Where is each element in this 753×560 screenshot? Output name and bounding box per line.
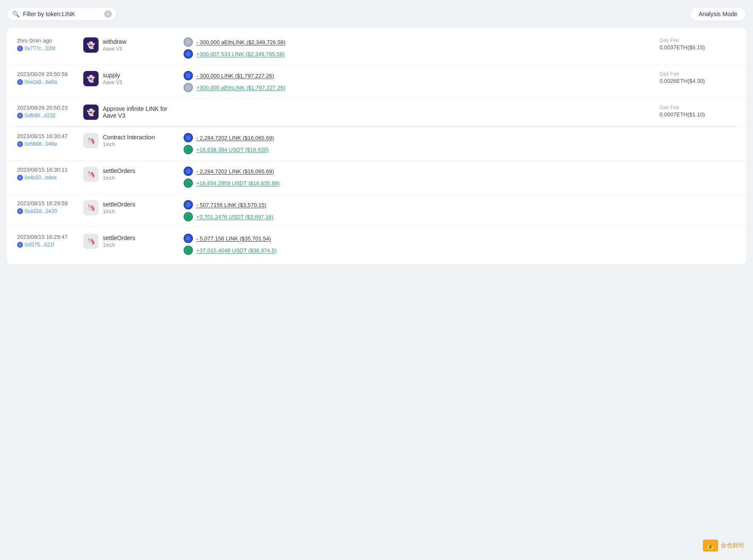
protocol-icon: 👻 [83, 71, 99, 86]
tx-time-block: 2023/08/26 20:50:23Ξ0xfb88...d232 [17, 105, 76, 119]
gas-fee-block: Gas Fee0.0026ETH($4.30) [660, 71, 736, 84]
tx-time-block: 2hrs 0min agoΞ0x777c...22fd [17, 37, 76, 51]
protocol-name: 1inch [103, 242, 135, 248]
protocol-block: 🦄Contract Interaction1inch [83, 133, 177, 148]
token-line: ⬡- 2,284.7202 LINK ($16,065.69) [184, 133, 736, 142]
protocol-name: Aave V3 [103, 79, 122, 85]
token-line: ○- 300,000 aEthLINK ($2,349,726.58) [184, 37, 653, 47]
token-icon: 💲 [184, 212, 193, 221]
gas-fee-value: 0.0007ETH($1.10) [660, 111, 705, 118]
protocol-block: 🦄settleOrders1inch [83, 167, 177, 182]
transaction-row: 2023/08/15 16:29:59Ξ0xa32d...2e20🦄settle… [7, 194, 746, 228]
token-amount: - 2,284.7202 LINK ($16,065.69) [196, 135, 274, 141]
tokens-block: ○- 300,000 aEthLINK ($2,349,726.58)⬡+300… [184, 37, 653, 59]
token-line: ⬡- 5,077.156 LINK ($35,701.54) [184, 234, 736, 243]
tokens-block: ⬡- 5,077.156 LINK ($35,701.54)💲+37,015.4… [184, 234, 736, 255]
tx-time: 2023/08/26 20:50:23 [17, 105, 76, 111]
tx-hash[interactable]: Ξ0xe2a9...ba6a [17, 79, 76, 85]
transaction-row: 2023/08/15 16:30:11Ξ0x4c00...bdee🦄settle… [7, 161, 746, 194]
protocol-icon: 👻 [83, 105, 99, 120]
token-amount: +16,654.2959 USDT ($16,635.89) [196, 180, 280, 187]
tx-time-block: 2023/08/15 16:29:47Ξ0xf275...621f [17, 234, 76, 248]
token-icon: ○ [184, 83, 193, 92]
protocol-icon: 🦄 [83, 133, 99, 148]
token-line: 💲+3,701.2476 USDT ($3,697.16) [184, 212, 736, 221]
tx-time-block: 2023/08/26 20:50:59Ξ0xe2a9...ba6a [17, 71, 76, 85]
tx-action: withdraw [103, 38, 126, 45]
transaction-row: 2023/08/15 16:30:47Ξ0x5868...046e🦄Contra… [7, 127, 746, 161]
token-line: 💲+16,638.384 USDT ($16,620) [184, 145, 736, 154]
token-amount: +37,015.4048 USDT ($36,974.5) [196, 247, 277, 254]
tokens-block: ⬡- 2,284.7202 LINK ($16,065.69)💲+16,654.… [184, 167, 736, 188]
tx-hash[interactable]: Ξ0xa32d...2e20 [17, 208, 76, 214]
gas-fee-value: 0.0026ETH($4.30) [660, 78, 705, 84]
token-icon: 💲 [184, 145, 193, 154]
tx-time: 2023/08/26 20:50:59 [17, 71, 76, 77]
transaction-row: 2hrs 0min agoΞ0x777c...22fd👻withdrawAave… [7, 31, 746, 65]
token-icon: ○ [184, 37, 193, 47]
protocol-labels: settleOrders1inch [103, 167, 135, 181]
eth-icon: Ξ [17, 113, 23, 119]
protocol-name: 1inch [103, 209, 135, 215]
gas-fee-label: Gas Fee [660, 105, 679, 110]
tx-time-block: 2023/08/15 16:30:47Ξ0x5868...046e [17, 133, 76, 147]
tx-hash[interactable]: Ξ0xf275...621f [17, 242, 76, 248]
token-amount: +300,007.533 LINK ($2,349,785.59) [196, 51, 285, 57]
protocol-name: 1inch [103, 175, 135, 181]
tx-time: 2hrs 0min ago [17, 37, 76, 44]
tx-time: 2023/08/15 16:30:47 [17, 133, 76, 139]
brand-name: 金色财经 [721, 542, 745, 549]
token-line: ○+300,000 aEthLINK ($1,797,227.26) [184, 83, 653, 92]
token-amount: - 5,077.156 LINK ($35,701.54) [196, 235, 271, 242]
tx-hash[interactable]: Ξ0x4c00...bdee [17, 175, 76, 181]
token-amount: - 507.7156 LINK ($3,570.15) [196, 202, 266, 208]
protocol-labels: supplyAave V3 [103, 72, 122, 85]
token-amount: +16,638.384 USDT ($16,620) [196, 147, 269, 153]
tx-hash[interactable]: Ξ0x5868...046e [17, 141, 76, 147]
tx-hash[interactable]: Ξ0xfb88...d232 [17, 113, 76, 119]
token-line: 💲+16,654.2959 USDT ($16,635.89) [184, 178, 736, 188]
protocol-labels: Contract Interaction1inch [103, 134, 155, 147]
token-amount: +3,701.2476 USDT ($3,697.16) [196, 214, 274, 220]
top-bar: 🔍 Filter by token:LINK × Analysis Mode [7, 7, 746, 21]
tx-time-block: 2023/08/15 16:29:59Ξ0xa32d...2e20 [17, 200, 76, 214]
protocol-name: Aave V3 [103, 46, 126, 52]
token-icon: 💲 [184, 246, 193, 255]
tokens-block: ⬡- 2,284.7202 LINK ($16,065.69)💲+16,638.… [184, 133, 736, 154]
token-amount: +300,000 aEthLINK ($1,797,227.26) [196, 85, 285, 91]
tx-hash[interactable]: Ξ0x777c...22fd [17, 45, 76, 51]
tx-time: 2023/08/15 16:29:59 [17, 200, 76, 206]
protocol-name: 1inch [103, 141, 155, 147]
tx-time: 2023/08/15 16:29:47 [17, 234, 76, 240]
analysis-mode-button[interactable]: Analysis Mode [690, 7, 746, 21]
protocol-icon: 👻 [83, 37, 99, 53]
tokens-block: ⬡- 300,000 LINK ($1,797,227.26)○+300,000… [184, 71, 653, 92]
protocol-block: 👻Approve infinite LINK for Aave V3 [83, 105, 177, 120]
protocol-block: 🦄settleOrders1inch [83, 200, 177, 215]
eth-icon: Ξ [17, 45, 23, 51]
token-line: 💲+37,015.4048 USDT ($36,974.5) [184, 246, 736, 255]
token-line: ⬡- 2,284.7202 LINK ($16,065.69) [184, 167, 736, 176]
tx-time-block: 2023/08/15 16:30:11Ξ0x4c00...bdee [17, 167, 76, 181]
transaction-row: 2023/08/15 16:29:47Ξ0xf275...621f🦄settle… [7, 228, 746, 261]
protocol-icon: 🦄 [83, 200, 99, 215]
tx-action: supply [103, 72, 122, 79]
clear-search-button[interactable]: × [104, 10, 112, 18]
gas-fee-block: Gas Fee0.0037ETH($6.15) [660, 37, 736, 51]
token-icon: ⬡ [184, 49, 193, 59]
gas-fee-value: 0.0037ETH($6.15) [660, 44, 705, 51]
search-box[interactable]: 🔍 Filter by token:LINK × [7, 7, 117, 21]
eth-icon: Ξ [17, 175, 23, 181]
tx-action: settleOrders [103, 201, 135, 208]
tx-action: Contract Interaction [103, 134, 155, 141]
eth-icon: Ξ [17, 79, 23, 85]
tx-action: Approve infinite LINK for Aave V3 [103, 105, 177, 119]
tokens-block: ⬡- 507.7156 LINK ($3,570.15)💲+3,701.2476… [184, 200, 736, 221]
protocol-labels: withdrawAave V3 [103, 38, 126, 52]
gas-fee-label: Gas Fee [660, 71, 679, 77]
protocol-labels: settleOrders1inch [103, 201, 135, 215]
transaction-row: 2023/08/26 20:50:59Ξ0xe2a9...ba6a👻supply… [7, 65, 746, 99]
tx-time: 2023/08/15 16:30:11 [17, 167, 76, 173]
protocol-icon: 🦄 [83, 167, 99, 182]
token-icon: ⬡ [184, 133, 193, 142]
